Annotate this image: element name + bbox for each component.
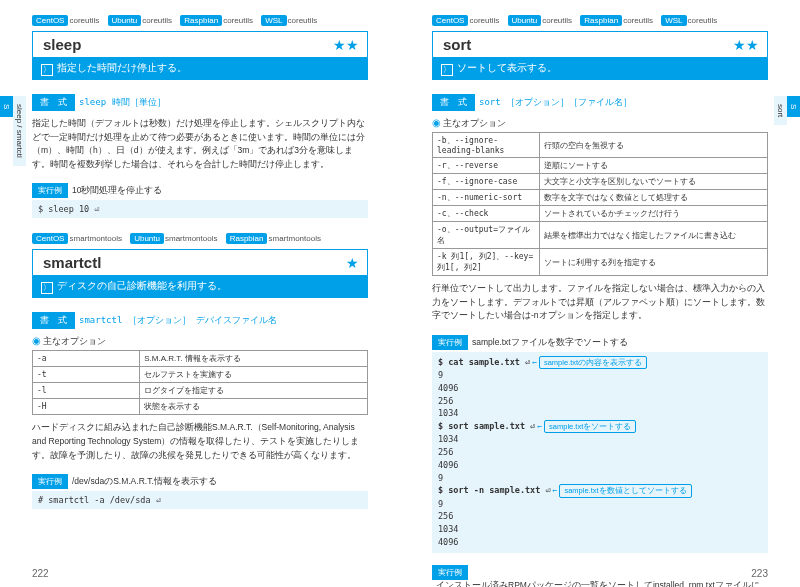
rating-icon: ★★ — [733, 37, 767, 53]
description-body: 指定した時間（デフォルトは秒数）だけ処理を停止します。シェルスクリプト内などで一… — [32, 117, 368, 171]
os-tag: Ubuntu — [108, 15, 142, 26]
os-tag: Raspbian — [226, 233, 268, 244]
annotation: sample.txtを数値としてソートする — [559, 484, 691, 497]
options-heading: ◉主なオプション — [432, 117, 768, 130]
os-tag: CentOS — [432, 15, 468, 26]
command-description: ディスクの自己診断機能を利用する。 — [57, 280, 227, 291]
example-description: インストール済みRPMパッケージの一覧をソートしてinstalled_rpm.t… — [436, 580, 768, 587]
description-body: 行単位でソートして出力します。ファイルを指定しない場合は、標準入力からの入力をソ… — [432, 282, 768, 323]
page-left: CentOScoreutils Ubuntucoreutils Raspbian… — [0, 0, 400, 587]
command-card-sort: sort★★ 〉ソートして表示する。 — [432, 31, 768, 80]
command-card-smartctl: smartctl★ 〉ディスクの自己診断機能を利用する。 — [32, 249, 368, 298]
syntax-label: 書 式 — [432, 94, 475, 111]
os-tag: Raspbian — [580, 15, 622, 26]
annotation: sample.txtの内容を表示する — [539, 356, 647, 369]
platform-tags: CentOScoreutils Ubuntucoreutils Raspbian… — [432, 16, 768, 25]
os-tag: Ubuntu — [508, 15, 542, 26]
example-description: /dev/sdaのS.M.A.R.T.情報を表示する — [72, 476, 217, 488]
table-row: -f、--ignore-case大文字と小文字を区別しないでソートする — [433, 174, 768, 190]
description-body: ハードディスクに組み込まれた自己診断機能S.M.A.R.T.（Self-Moni… — [32, 421, 368, 462]
command-description: 指定した時間だけ停止する。 — [57, 62, 187, 73]
table-row: -tセルフテストを実施する — [33, 367, 368, 383]
marker-icon: 〉 — [441, 64, 453, 76]
terminal-block: $ cat sample.txt ⏎←sample.txtの内容を表示する 94… — [432, 352, 768, 553]
platform-tags: CentOSsmartmontools Ubuntusmartmontools … — [32, 234, 368, 243]
page-spread: S sleep / smartctl S sort CentOScoreutil… — [0, 0, 800, 587]
table-row: -lログタイプを指定する — [33, 383, 368, 399]
page-right: CentOScoreutils Ubuntucoreutils Raspbian… — [400, 0, 800, 587]
page-number: 223 — [751, 568, 768, 579]
os-tag: WSL — [261, 15, 286, 26]
table-row: -r、--reverse逆順にソートする — [433, 158, 768, 174]
terminal-line: # smartctl -a /dev/sda ⏎ — [32, 491, 368, 509]
example-label: 実行例 — [32, 474, 68, 489]
marker-icon: 〉 — [41, 282, 53, 294]
table-row: -H状態を表示する — [33, 399, 368, 415]
page-number: 222 — [32, 568, 49, 579]
table-row: -b、--ignore-leading-blanks行頭の空白を無視する — [433, 133, 768, 158]
table-row: -c、--checkソートされているかチェックだけ行う — [433, 206, 768, 222]
os-tag: Raspbian — [180, 15, 222, 26]
marker-icon: 〉 — [41, 64, 53, 76]
rating-icon: ★★ — [333, 37, 367, 53]
example-description: 10秒間処理を停止する — [72, 185, 162, 197]
command-name: sort — [433, 32, 733, 57]
table-row: -k 列1[, 列2]、--key=列1[, 列2]ソートに利用する列を指定する — [433, 249, 768, 276]
syntax-text: sort ［オプション］［ファイル名］ — [479, 96, 632, 109]
table-row: -aS.M.A.R.T. 情報を表示する — [33, 351, 368, 367]
annotation: sample.txtをソートする — [544, 420, 636, 433]
options-table: -aS.M.A.R.T. 情報を表示する -tセルフテストを実施する -lログタ… — [32, 350, 368, 415]
os-tag: WSL — [661, 15, 686, 26]
command-card-sleep: sleep★★ 〉指定した時間だけ停止する。 — [32, 31, 368, 80]
syntax-label: 書 式 — [32, 312, 75, 329]
example-label: 実行例 — [32, 183, 68, 198]
os-tag: CentOS — [32, 233, 68, 244]
example-label: 実行例 — [432, 565, 468, 580]
table-row: -o、--output=ファイル名結果を標準出力ではなく指定したファイルに書き込… — [433, 222, 768, 249]
syntax-text: sleep 時間［単位］ — [79, 96, 166, 109]
os-tag: CentOS — [32, 15, 68, 26]
rating-icon: ★ — [346, 255, 367, 271]
syntax-text: smartctl ［オプション］ デバイスファイル名 — [79, 314, 277, 327]
command-description: ソートして表示する。 — [457, 62, 557, 73]
options-heading: ◉主なオプション — [32, 335, 368, 348]
example-description: sample.txtファイルを数字でソートする — [472, 337, 628, 349]
command-name: sleep — [33, 32, 333, 57]
table-row: -n、--numeric-sort数字を文字ではなく数値として処理する — [433, 190, 768, 206]
platform-tags: CentOScoreutils Ubuntucoreutils Raspbian… — [32, 16, 368, 25]
options-table: -b、--ignore-leading-blanks行頭の空白を無視する -r、… — [432, 132, 768, 276]
terminal-line: $ sleep 10 ⏎ — [32, 200, 368, 218]
command-name: smartctl — [33, 250, 346, 275]
os-tag: Ubuntu — [130, 233, 164, 244]
example-label: 実行例 — [432, 335, 468, 350]
syntax-label: 書 式 — [32, 94, 75, 111]
